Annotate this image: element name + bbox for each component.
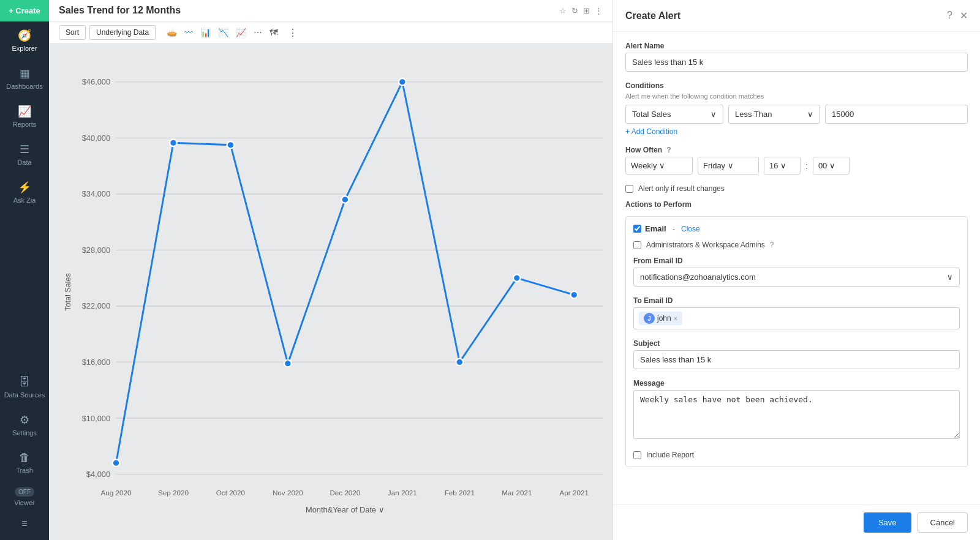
alert-if-changes-checkbox[interactable] [625,185,633,193]
email-tag-remove[interactable]: × [674,315,677,322]
more-icon[interactable]: ⋮ [595,6,603,15]
include-report-checkbox[interactable] [633,451,641,459]
actions-box: Email - Close Administrators & Workspace… [625,216,968,467]
svg-text:Jan 2021: Jan 2021 [388,489,417,497]
map-icon[interactable]: 🗺 [267,26,281,39]
alert-name-label: Alert Name [625,42,968,50]
chart-svg: $46,000 $40,000 $34,000 $28,000 $22,000 … [59,54,603,530]
svg-point-25 [513,274,521,281]
bar-chart-3-icon[interactable]: 📈 [233,26,249,39]
message-label: Message [633,379,960,388]
chart-area: $46,000 $40,000 $34,000 $28,000 $22,000 … [49,44,612,540]
email-tag-john: J john × [639,312,682,325]
condition-field-select[interactable]: Total Sales ∨ [625,105,723,124]
trash-icon: 🗑 [19,451,30,464]
how-often-help-icon[interactable]: ? [666,146,671,154]
condition-operator-value: Less Than [735,110,772,119]
svg-text:$4,000: $4,000 [86,470,110,479]
alert-name-input[interactable] [625,53,968,72]
line-chart-icon[interactable]: 〰 [182,26,195,39]
message-textarea[interactable]: Weekly sales have not been achieved. [633,390,960,439]
toolbar-more-button[interactable]: ⋮ [284,26,301,40]
day-select[interactable]: Friday ∨ [698,157,759,174]
pie-chart-icon[interactable]: 🥧 [164,26,179,39]
sidebar-item-reports[interactable]: 📈 Reports [0,97,49,135]
frequency-value: Weekly [631,161,657,170]
sidebar-item-data[interactable]: ☰ Data [0,135,49,173]
svg-text:Dec 2020: Dec 2020 [330,489,360,497]
refresh-icon[interactable]: ↻ [571,6,578,15]
condition-operator-chevron: ∨ [807,110,813,119]
alert-panel-header: Create Alert ? ✕ [613,0,980,32]
subject-input[interactable] [633,350,960,369]
sidebar: + Create 🧭 Explorer ▦ Dashboards 📈 Repor… [0,0,49,540]
sidebar-item-data-label: Data [17,159,31,166]
sidebar-item-dashboards[interactable]: ▦ Dashboards [0,59,49,97]
svg-text:Feb 2021: Feb 2021 [445,489,475,497]
hour-select[interactable]: 16 ∨ [764,157,801,174]
sidebar-item-ask-zia[interactable]: ⚡ Ask Zia [0,173,49,211]
sidebar-item-reports-label: Reports [13,121,37,128]
chart-title-icons: ☆ ↻ ⊞ ⋮ [559,6,603,15]
svg-point-26 [570,291,578,298]
sidebar-item-data-sources[interactable]: 🗄 Data Sources [4,369,45,406]
message-section: Message Weekly sales have not been achie… [633,379,960,441]
close-email-button[interactable]: Close [681,225,700,233]
minute-chevron: ∨ [829,161,835,170]
cancel-button[interactable]: Cancel [918,512,968,533]
scatter-icon[interactable]: ⋯ [251,26,265,39]
svg-point-24 [456,359,463,366]
svg-text:$28,000: $28,000 [82,246,110,255]
svg-text:$10,000: $10,000 [82,414,110,423]
alert-panel: Create Alert ? ✕ Alert Name Conditions A… [612,0,980,540]
from-email-label: From Email ID [633,257,960,265]
conditions-sublabel: Alert me when the following condition ma… [625,92,968,100]
sidebar-item-settings[interactable]: ⚙ Settings [4,406,45,444]
frequency-select[interactable]: Weekly ∨ [625,157,693,174]
sort-button[interactable]: Sort [59,25,86,40]
actions-section: Actions to Perform Email - Close Adminis… [625,200,968,467]
add-condition-button[interactable]: + Add Condition [625,127,677,136]
admins-checkbox[interactable] [633,241,641,249]
underlying-data-button[interactable]: Underlying Data [89,25,156,40]
how-often-section: How Often ? Weekly ∨ Friday ∨ 16 ∨ : [625,146,968,174]
chart-toolbar: Sort Underlying Data 🥧 〰 📊 📉 📈 ⋯ 🗺 ⋮ [49,21,612,44]
sidebar-item-trash[interactable]: 🗑 Trash [4,444,45,481]
sidebar-item-menu[interactable]: ☰ [4,512,45,535]
grid-icon[interactable]: ⊞ [583,6,590,15]
email-action-checkbox[interactable] [633,225,641,233]
conditions-label: Conditions [625,81,968,90]
sidebar-item-explorer-label: Explorer [12,45,37,52]
hour-value: 16 [769,161,778,170]
bar-chart-icon[interactable]: 📊 [198,26,213,39]
from-email-section: From Email ID notifications@zohoanalytic… [633,257,960,287]
include-report-label: Include Report [646,451,694,459]
to-email-input[interactable]: J john × [633,307,960,329]
save-button[interactable]: Save [864,512,911,533]
create-button[interactable]: + Create [0,0,49,21]
close-header-icon[interactable]: ✕ [960,10,968,21]
condition-operator-select[interactable]: Less Than ∨ [728,105,820,124]
star-icon[interactable]: ☆ [559,6,567,15]
condition-field-value: Total Sales [632,110,671,119]
alert-panel-title: Create Alert [625,10,680,21]
svg-text:Nov 2020: Nov 2020 [273,489,303,497]
svg-text:$40,000: $40,000 [82,133,110,143]
settings-icon: ⚙ [20,413,29,427]
main-area: Sales Trend for 12 Months ☆ ↻ ⊞ ⋮ Sort U… [49,0,612,540]
toolbar-icons: 🥧 〰 📊 📉 📈 ⋯ 🗺 [164,26,281,39]
svg-text:Month&Year of Date ∨: Month&Year of Date ∨ [306,506,385,515]
svg-text:Apr 2021: Apr 2021 [560,489,589,497]
svg-text:Aug 2020: Aug 2020 [100,489,131,497]
viewer-toggle[interactable]: OFF Viewer [4,481,45,512]
sidebar-item-explorer[interactable]: 🧭 Explorer [0,21,49,59]
svg-point-19 [170,140,177,146]
from-email-select[interactable]: notifications@zohoanalytics.com ∨ [633,268,960,287]
minute-select[interactable]: 00 ∨ [813,157,850,174]
bar-chart-2-icon[interactable]: 📉 [216,26,231,39]
condition-value-input[interactable] [825,105,968,124]
admins-help-icon[interactable]: ? [770,241,774,249]
email-tag-name: john [657,314,671,323]
ask-zia-icon: ⚡ [18,181,31,194]
help-header-icon[interactable]: ? [947,10,952,21]
